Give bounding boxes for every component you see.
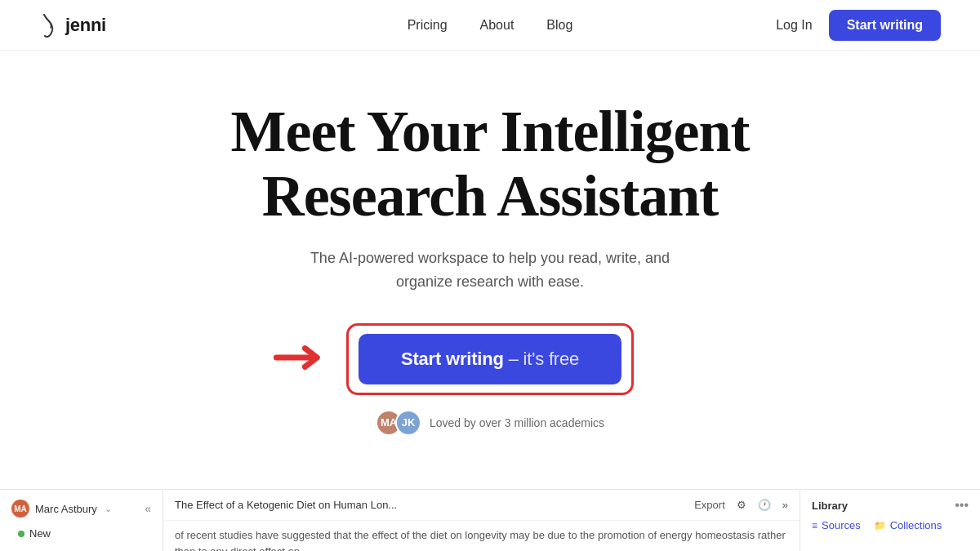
start-writing-nav-button[interactable]: Start writing	[829, 10, 941, 41]
navbar: jenni Pricing About Blog Log In Start wr…	[0, 0, 980, 51]
preview-library: Library ••• ≡ Sources 📁 Collections	[800, 490, 980, 551]
bottom-preview: MA Marc Astbury ⌄ « New The Effect of a …	[0, 489, 980, 551]
nav-links: Pricing About Blog	[408, 18, 573, 33]
preview-doc-text: of recent studies have suggested that th…	[175, 527, 788, 551]
collections-tab[interactable]: 📁 Collections	[874, 519, 942, 531]
library-label: Library	[812, 500, 848, 512]
doc-title: The Effect of a Ketogenic Diet on Human …	[175, 499, 397, 511]
cta-free-text: – it's free	[509, 349, 579, 369]
user-chevron-icon: ⌄	[105, 504, 112, 514]
hero-subtitle: The AI-powered workspace to help you rea…	[294, 247, 686, 294]
logo[interactable]: jenni	[39, 13, 106, 38]
preview-toolbar: The Effect of a Ketogenic Diet on Human …	[163, 490, 800, 521]
nav-about[interactable]: About	[480, 18, 514, 33]
nav-right: Log In Start writing	[776, 10, 941, 41]
nav-blog[interactable]: Blog	[546, 18, 572, 33]
export-button[interactable]: Export	[694, 499, 725, 511]
loved-area: MA JK Loved by over 3 million academics	[376, 410, 604, 436]
preview-doc-content: of recent studies have suggested that th…	[163, 521, 800, 551]
settings-icon[interactable]: ⚙	[737, 499, 746, 511]
collapse-icon[interactable]: «	[145, 502, 151, 515]
avatar-2: JK	[395, 410, 421, 436]
start-writing-main-button[interactable]: Start writing – it's free	[359, 334, 621, 384]
cta-main-text: Start writing	[401, 349, 504, 369]
new-dot-icon	[18, 531, 24, 537]
preview-user-avatar: MA	[11, 500, 29, 518]
hero-section: Meet Your Intelligent Research Assistant…	[0, 51, 980, 436]
loved-text: Loved by over 3 million academics	[430, 416, 604, 429]
preview-user-row: MA Marc Astbury ⌄ «	[11, 500, 151, 518]
login-button[interactable]: Log In	[776, 18, 812, 33]
sources-tab-label: Sources	[822, 519, 861, 531]
toolbar-actions: Export ⚙ 🕐 »	[694, 499, 788, 511]
arrow-container	[273, 337, 330, 381]
collections-tab-icon: 📁	[874, 520, 886, 531]
clock-icon[interactable]: 🕐	[758, 499, 771, 511]
arrow-icon	[273, 337, 330, 378]
sources-tab[interactable]: ≡ Sources	[812, 519, 861, 531]
nav-pricing[interactable]: Pricing	[408, 18, 448, 33]
expand-icon[interactable]: »	[782, 499, 788, 511]
cta-highlight-box: Start writing – it's free	[346, 323, 634, 395]
library-header: Library •••	[812, 498, 969, 513]
more-options-icon[interactable]: •••	[955, 498, 969, 513]
user-avatars: MA JK	[376, 410, 421, 436]
hero-title: Meet Your Intelligent Research Assistant	[231, 100, 750, 229]
preview-editor: The Effect of a Ketogenic Diet on Human …	[163, 490, 800, 551]
cta-area: Start writing – it's free	[346, 323, 634, 395]
brand-name: jenni	[65, 15, 106, 36]
sources-tab-icon: ≡	[812, 520, 817, 531]
new-doc-item[interactable]: New	[11, 526, 151, 541]
preview-sidebar: MA Marc Astbury ⌄ « New	[0, 490, 163, 551]
library-tabs: ≡ Sources 📁 Collections	[812, 519, 969, 531]
collections-tab-label: Collections	[890, 519, 942, 531]
preview-user-name: Marc Astbury	[35, 503, 97, 515]
logo-icon	[39, 13, 59, 38]
new-doc-label: New	[29, 527, 51, 540]
